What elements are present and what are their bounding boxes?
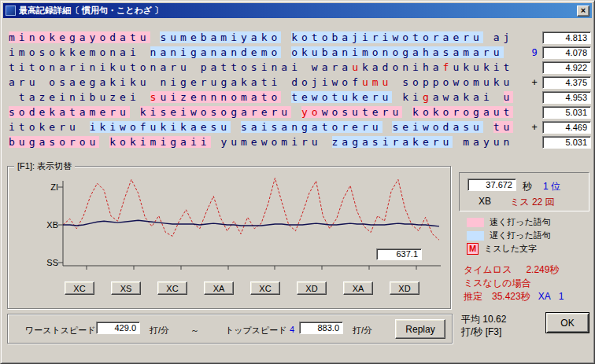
lap-rank-button[interactable]: XS xyxy=(111,281,141,295)
estimate-label: 推定 xyxy=(464,291,482,302)
typing-row-text: imosokkemonai naniganandemo okubanimonog… xyxy=(9,46,504,58)
timeloss-line: タイムロス2.249秒 xyxy=(464,263,559,277)
worst-speed-value: 429.0 xyxy=(96,322,140,334)
row-time-box: 4.953 xyxy=(542,91,591,104)
miss-count: ミス 22 回 xyxy=(510,196,555,209)
average-unit-text: 打/秒 [F3] xyxy=(461,325,501,339)
graph-groupbox-label: [F1]: 表示切替 xyxy=(14,160,75,172)
nomiss-line: ミスなしの場合 xyxy=(464,277,530,290)
lap-rank-button[interactable]: XD xyxy=(390,281,419,295)
speed-groupbox: ワーストスピード 429.0 打/分 ～ トップスピード 4 883.0 打/分… xyxy=(7,314,453,344)
average-speed-line xyxy=(63,220,439,226)
worst-speed-label: ワーストスピード xyxy=(25,325,96,336)
y-axis-label-xb: XB xyxy=(38,220,58,230)
ok-button[interactable]: OK xyxy=(545,312,589,333)
row-time-box: 4.469 xyxy=(542,121,591,134)
top-speed-unit: 打/分 xyxy=(353,325,372,336)
typing-row-text: minokegayodatu sumebamiyako kotobajiriwo… xyxy=(9,31,513,43)
row-flag: + xyxy=(530,122,539,133)
legend-label: ミスした文字 xyxy=(484,243,537,255)
window-title: 最高記録詳細〔 慣用句・ことわざ 〕 xyxy=(19,5,577,17)
rank-code: XB xyxy=(479,196,491,207)
rank-place: 1 位 xyxy=(543,180,560,193)
lap-rank-button[interactable]: XD xyxy=(297,281,327,295)
average-speed-text: 平均 10.62 xyxy=(461,313,506,326)
row-flag: + xyxy=(530,77,539,88)
row-time-box: 4.813 xyxy=(542,31,591,44)
typing-row-text: aru osaegakiku nigerugakati dojiwofumu s… xyxy=(9,76,513,88)
estimate-rank: XA xyxy=(538,291,551,302)
row-time-box: 4.375 xyxy=(542,76,591,89)
typing-row: sodekatameru kiseiwosogareru yowosuteru … xyxy=(7,105,593,120)
highlight-swatch xyxy=(467,231,484,241)
worst-speed-unit: 打/分 xyxy=(150,325,169,336)
typing-row: minokegayodatu sumebamiyako kotobajiriwo… xyxy=(7,31,593,46)
instant-speed-line xyxy=(63,178,439,241)
typing-row-text: titonarinikutonaru pattosinai waraukadon… xyxy=(9,61,513,73)
timeloss-label: タイムロス xyxy=(464,264,512,275)
timeloss-value: 2.249秒 xyxy=(526,264,559,275)
typing-row-text: sodekatameru kiseiwosogareru yowosuteru … xyxy=(9,106,513,118)
total-time-box: 37.672 xyxy=(468,178,516,191)
row-time-box: 4.922 xyxy=(542,61,591,74)
y-axis-label-zi: ZI xyxy=(38,182,58,192)
typing-row-text: tazeinibuzei suizennnomato tewotukeru ki… xyxy=(9,91,513,103)
y-axis-label-ss: SS xyxy=(38,258,58,267)
typing-row-text: bugasorou kokimigaii yumewomiru zagasira… xyxy=(9,136,513,148)
top-speed-count: 4 xyxy=(290,325,294,334)
lap-rank-button[interactable]: XA xyxy=(204,281,234,295)
nomiss-label: ミスなしの場合 xyxy=(464,278,530,289)
miss-char-swatch: M xyxy=(467,243,479,255)
row-flag: 9 xyxy=(530,47,539,58)
row-time-box: 5.031 xyxy=(542,106,591,119)
row-time-box: 4.078 xyxy=(542,46,591,59)
legend-item: Mミスした文字 xyxy=(467,243,537,255)
tilde-separator: ～ xyxy=(190,325,199,336)
graph-groupbox: [F1]: 表示切替 ZI XB SS 637.1 XCXSXCXAXCXDXA… xyxy=(7,166,451,309)
title-bar[interactable]: 最高記録詳細〔 慣用句・ことわざ 〕 × xyxy=(3,3,592,18)
row-time-box: 5.031 xyxy=(542,136,591,149)
estimate-place: 1 xyxy=(559,291,564,302)
seconds-unit: 秒 xyxy=(523,180,532,193)
top-speed-value: 883.0 xyxy=(299,322,343,334)
typing-row: tazeinibuzei suizennnomato tewotukeru ki… xyxy=(7,90,593,105)
lap-rank-button[interactable]: XC xyxy=(65,281,94,295)
typing-row: titonarinikutonaru pattosinai waraukadon… xyxy=(7,61,593,75)
typing-row: imosokkemonai naniganandemo okubanimonog… xyxy=(7,46,593,61)
typing-row: aru osaegakiku nigerugakati dojiwofumu s… xyxy=(7,75,593,90)
typing-row: itokeru ikiwofukikaesu saisangatoreru se… xyxy=(7,120,593,135)
close-icon[interactable]: × xyxy=(577,6,589,17)
legend-item: 速く打った語句 xyxy=(467,216,551,228)
dialog-window: 最高記録詳細〔 慣用句・ことわざ 〕 × minokegayodatu sume… xyxy=(0,0,595,364)
typing-row: bugasorou kokimigaii yumewomiru zagasira… xyxy=(7,135,593,150)
lap-rank-button[interactable]: XC xyxy=(157,281,187,295)
estimate-line: 推定35.423秒XA1 xyxy=(464,290,564,303)
typing-row-text: itokeru ikiwofukikaesu saisangatoreru se… xyxy=(9,121,513,133)
lap-rank-button[interactable]: XC xyxy=(250,281,280,295)
lap-rank-button[interactable]: XA xyxy=(343,281,373,295)
app-icon xyxy=(6,6,16,16)
legend-label: 遅く打った語句 xyxy=(490,230,551,241)
result-stats-box: 37.672 秒 1 位 XB ミス 22 回 xyxy=(459,172,589,211)
estimate-value: 35.423秒 xyxy=(492,291,530,302)
graph-value-box: 637.1 xyxy=(376,248,422,260)
legend-label: 速く打った語句 xyxy=(490,216,551,228)
legend-item: 遅く打った語句 xyxy=(467,230,551,241)
highlight-swatch xyxy=(467,218,484,227)
top-speed-label: トップスピード xyxy=(225,325,287,336)
replay-button[interactable]: Replay xyxy=(395,319,445,339)
